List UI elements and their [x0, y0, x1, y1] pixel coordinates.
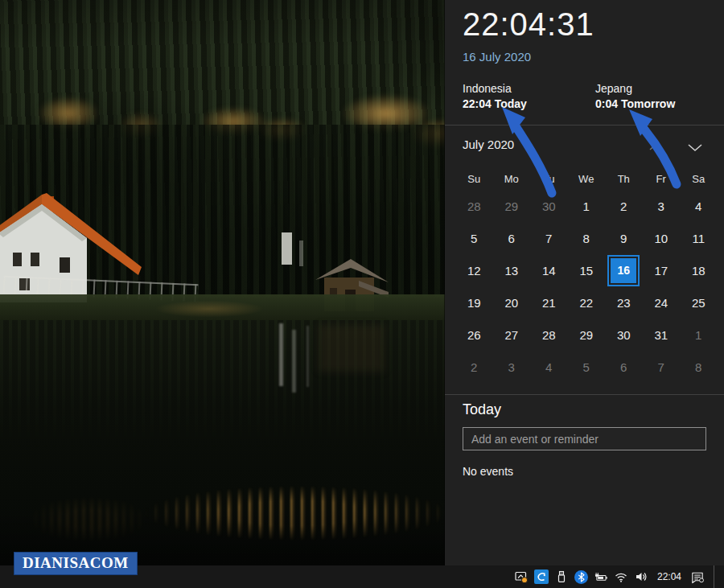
watermark-badge: DIANISACOM — [14, 552, 138, 575]
calendar-day[interactable]: 29 — [568, 319, 606, 351]
calendar-day[interactable]: 1 — [568, 190, 606, 222]
calendar-day[interactable]: 8 — [680, 351, 718, 383]
world-clock-name: Indonesia — [463, 82, 527, 95]
world-clock-indonesia: Indonesia 22:04 Today — [463, 82, 527, 110]
calendar-day[interactable]: 19 — [455, 286, 493, 319]
calendar-day[interactable]: 29 — [493, 190, 531, 222]
current-time: 22:04:31 — [463, 6, 594, 43]
calendar-day[interactable]: 27 — [493, 319, 531, 351]
calendar-day[interactable]: 30 — [530, 190, 568, 222]
calendar-day[interactable]: 9 — [605, 222, 643, 254]
current-date: 16 July 2020 — [463, 50, 531, 64]
calendar-day[interactable]: 15 — [568, 254, 606, 286]
calendar-day[interactable]: 25 — [680, 286, 718, 319]
add-event-input[interactable] — [463, 427, 706, 450]
calendar-day[interactable]: 6 — [493, 222, 531, 254]
display-alert-icon[interactable] — [514, 569, 529, 584]
wifi-icon[interactable] — [614, 569, 628, 584]
world-clock-jepang: Jepang 0:04 Tomorrow — [595, 82, 675, 110]
calendar-day[interactable]: 24 — [643, 286, 681, 319]
calendar-day[interactable]: 12 — [455, 254, 493, 286]
show-desktop-button[interactable] — [714, 565, 718, 588]
calendar-day[interactable]: 2 — [605, 190, 643, 222]
blue-app-icon[interactable] — [534, 569, 549, 584]
calendar-day[interactable]: 14 — [530, 254, 568, 286]
no-events-label: No events — [463, 465, 513, 478]
chevron-down-icon[interactable] — [686, 142, 704, 153]
calendar-day[interactable]: 26 — [455, 319, 493, 351]
calendar-day[interactable]: 6 — [605, 351, 643, 383]
divider — [445, 125, 724, 125]
usb-icon[interactable] — [554, 569, 569, 584]
world-clock-time: 22:04 Today — [463, 97, 527, 110]
weekday-label: Su — [455, 167, 493, 190]
calendar-day[interactable]: 18 — [680, 254, 718, 286]
battery-charging-icon[interactable] — [594, 569, 608, 584]
calendar-day[interactable]: 5 — [568, 351, 606, 383]
screen: 22:04:31 16 July 2020 Indonesia 22:04 To… — [0, 0, 724, 588]
calendar-day[interactable]: 3 — [493, 351, 531, 383]
weekday-label: We — [568, 167, 606, 190]
calendar-day[interactable]: 7 — [530, 222, 568, 254]
calendar-month-label[interactable]: July 2020 — [463, 138, 514, 151]
calendar-day[interactable]: 28 — [455, 190, 493, 222]
calendar-day[interactable]: 5 — [455, 222, 493, 254]
divider — [445, 394, 724, 395]
calendar-day[interactable]: 30 — [605, 319, 643, 351]
calendar-day[interactable]: 20 — [493, 286, 531, 319]
weekday-label: Sa — [680, 167, 718, 190]
calendar-day[interactable]: 2 — [455, 351, 493, 383]
calendar-day[interactable]: 3 — [643, 190, 681, 222]
calendar-day[interactable]: 4 — [530, 351, 568, 383]
clock-calendar-flyout: 22:04:31 16 July 2020 Indonesia 22:04 To… — [445, 0, 724, 565]
weekday-label: Th — [605, 167, 643, 190]
calendar-day[interactable]: 31 — [643, 319, 681, 351]
calendar-day[interactable]: 13 — [493, 254, 531, 286]
weekday-label: Fr — [643, 167, 681, 190]
calendar-day[interactable]: 10 — [643, 222, 681, 254]
agenda-today-header: Today — [463, 401, 501, 418]
weekday-label: Mo — [493, 167, 531, 190]
taskbar-clock[interactable]: 22:04 — [654, 571, 685, 582]
calendar-day-selected[interactable]: 16 — [605, 254, 643, 286]
calendar-grid: SuMoTuWeThFrSa28293012345678910111213141… — [455, 167, 718, 383]
action-center-icon[interactable] — [690, 569, 705, 584]
weekday-label: Tu — [530, 167, 568, 190]
world-clock-time: 0:04 Tomorrow — [595, 97, 675, 110]
calendar-day[interactable]: 7 — [643, 351, 681, 383]
calendar-day[interactable]: 11 — [680, 222, 718, 254]
calendar-day[interactable]: 21 — [530, 286, 568, 319]
calendar-day[interactable]: 22 — [568, 286, 606, 319]
system-tray: 22:04 — [514, 565, 718, 588]
calendar-day[interactable]: 28 — [530, 319, 568, 351]
calendar-day[interactable]: 17 — [643, 254, 681, 286]
bluetooth-icon[interactable] — [574, 570, 588, 584]
chevron-up-icon[interactable] — [648, 142, 665, 153]
calendar-day[interactable]: 23 — [605, 286, 643, 319]
volume-icon[interactable] — [634, 569, 648, 584]
calendar-day[interactable]: 1 — [680, 319, 718, 351]
calendar-day[interactable]: 8 — [568, 222, 606, 254]
world-clock-name: Jepang — [595, 82, 675, 95]
calendar-day[interactable]: 4 — [680, 190, 718, 222]
